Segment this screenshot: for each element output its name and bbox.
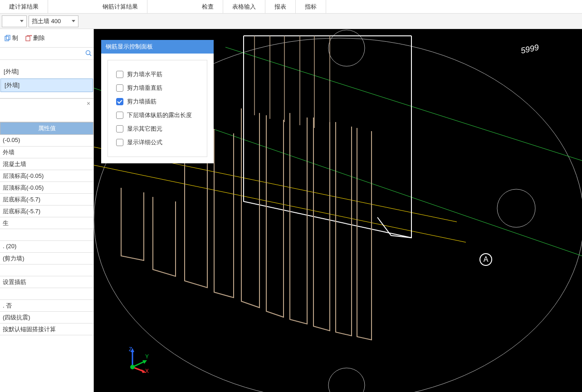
tab-index[interactable]: 指标 (296, 0, 326, 14)
checkbox[interactable] (116, 112, 123, 119)
copy-button[interactable]: 制 (2, 33, 21, 44)
dropdown-bar: 挡土墙 400 (0, 14, 582, 29)
checkbox-horizontal-rebar[interactable]: 剪力墙水平筋 (115, 68, 200, 81)
x-axis-label: X (145, 368, 149, 374)
property-row[interactable]: . (20) (0, 241, 93, 253)
tree-item-outer-wall-selected[interactable]: [外墙] (0, 78, 93, 92)
checkbox[interactable] (116, 98, 123, 105)
property-row[interactable]: (四级抗震) (0, 312, 93, 323)
property-row[interactable]: 生 (0, 217, 93, 229)
search-row (0, 47, 93, 60)
svg-line-6 (90, 54, 92, 56)
y-axis-label: Y (145, 353, 149, 360)
delete-button[interactable]: 删除 (23, 33, 48, 44)
checkbox-show-detail-formula[interactable]: 显示详细公式 (115, 136, 200, 149)
svg-line-4 (31, 35, 32, 36)
svg-line-11 (225, 47, 582, 161)
checkbox[interactable] (116, 84, 123, 92)
panel-title: 钢筋显示控制面板 (101, 40, 214, 54)
checkbox[interactable] (116, 125, 123, 132)
checkbox-lower-wall-extension[interactable]: 下层墙体纵筋的露出长度 (115, 108, 200, 122)
checkbox[interactable] (116, 71, 123, 78)
property-row[interactable]: 层底标高(-5.7) (0, 206, 93, 217)
rebar-display-control-panel: 钢筋显示控制面板 剪力墙水平筋 剪力墙垂直筋 剪力墙插筋 下层墙体纵筋的露出长度 (101, 40, 214, 163)
dropdown-wall-type[interactable]: 挡土墙 400 (29, 15, 78, 27)
property-row[interactable] (0, 229, 93, 241)
svg-point-27 (130, 365, 135, 369)
tab-check[interactable]: 检查 (193, 0, 223, 14)
svg-point-9 (497, 189, 535, 227)
z-axis-label: Z (129, 347, 132, 353)
svg-point-5 (86, 50, 90, 54)
left-panel: 制 删除 [外墙] [外墙] × 属性值 (-0 (0, 29, 94, 392)
property-row[interactable]: 层底标高(-5.7) (0, 194, 93, 206)
property-table: 属性值 (-0.05) 外墙 混凝土墙 层顶标高(-0.05) 层顶标高(-0.… (0, 122, 93, 392)
svg-line-13 (94, 165, 466, 242)
checkbox-show-other-elements[interactable]: 显示其它图元 (115, 122, 200, 136)
copy-label: 制 (12, 34, 18, 42)
3d-viewport[interactable]: 5999 A Z Y X 钢筋显示控制面板 剪力墙水平筋 (94, 29, 582, 392)
tab-report[interactable]: 报表 (265, 0, 296, 14)
dropdown-1[interactable] (2, 15, 27, 27)
axis-a-marker: A (479, 253, 492, 266)
toolbar: 制 删除 (0, 29, 93, 47)
property-row[interactable]: (剪力墙) (0, 253, 93, 265)
property-row[interactable]: 混凝土墙 (0, 158, 93, 170)
tab-rebar-calc-result[interactable]: 钢筋计算结果 (93, 0, 147, 14)
property-header: 属性值 (0, 122, 93, 135)
checkbox-vertical-rebar[interactable]: 剪力墙垂直筋 (115, 81, 200, 95)
svg-point-10 (328, 368, 365, 392)
delete-label: 删除 (33, 34, 45, 42)
property-row[interactable] (0, 288, 93, 300)
chevron-down-icon (72, 20, 75, 22)
property-row[interactable] (0, 265, 93, 276)
property-row[interactable]: 外墙 (0, 147, 93, 158)
panel-section: × (0, 98, 93, 122)
property-row[interactable]: 层顶标高(-0.05) (0, 182, 93, 194)
property-row[interactable]: . 否 (0, 300, 93, 312)
tree-item-outer-wall[interactable]: [外墙] (0, 65, 93, 78)
svg-rect-0 (5, 36, 9, 41)
checkbox-insert-rebar[interactable]: 剪力墙插筋 (115, 95, 200, 108)
axis-gizmo[interactable]: Z Y X (123, 347, 151, 374)
property-row[interactable]: 按默认锚固搭接计算 (0, 323, 93, 335)
property-row[interactable]: (-0.05) (0, 135, 93, 147)
tree-panel: [外墙] [外墙] (0, 60, 93, 98)
copy-icon (5, 35, 11, 41)
tab-table-input[interactable]: 表格输入 (223, 0, 265, 14)
svg-rect-2 (26, 36, 30, 41)
chevron-down-icon (20, 20, 24, 22)
close-icon[interactable]: × (85, 101, 92, 107)
property-row[interactable]: 层顶标高(-0.05) (0, 170, 93, 182)
svg-rect-1 (6, 35, 10, 40)
search-icon[interactable] (85, 50, 92, 58)
tab-build-calc-result[interactable]: 建计算结果 (0, 0, 48, 14)
checkbox[interactable] (116, 139, 123, 146)
property-row[interactable]: 设置插筋 (0, 276, 93, 288)
search-input[interactable] (2, 48, 85, 59)
top-tab-bar: 建计算结果 钢筋计算结果 检查 表格输入 报表 指标 (0, 0, 582, 14)
delete-icon (25, 35, 32, 41)
